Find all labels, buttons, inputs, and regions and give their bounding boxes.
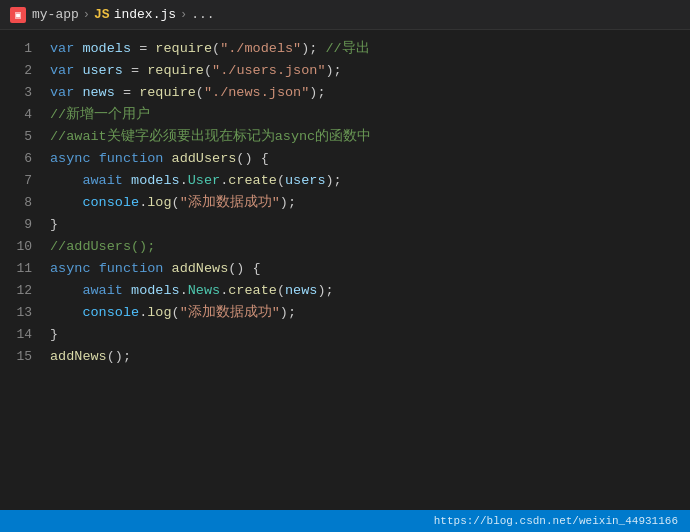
breadcrumb-ellipsis: ... [191,7,214,22]
code-line: //await关键字必须要出现在标记为async的函数中 [50,126,690,148]
token-fn: create [228,283,277,298]
status-url: https://blog.csdn.net/weixin_44931166 [434,515,678,527]
token-cn: News [188,283,220,298]
code-line: var news = require("./news.json"); [50,82,690,104]
code-line: async function addNews() { [50,258,690,280]
line-number: 11 [0,258,42,280]
token-kw: await [82,283,123,298]
line-number: 5 [0,126,42,148]
token-pn [123,283,131,298]
line-number: 8 [0,192,42,214]
token-pn: ( [172,195,180,210]
token-kw: async [50,261,91,276]
breadcrumb-sep1: › [83,8,90,22]
code-line: console.log("添加数据成功"); [50,192,690,214]
token-pn: ); [301,41,325,56]
token-indent [50,305,82,320]
token-id: users [82,63,123,78]
code-line: //新增一个用户 [50,104,690,126]
code-line: var models = require("./models"); //导出 [50,38,690,60]
token-indent [50,283,82,298]
token-pn: () { [228,261,260,276]
line-number: 6 [0,148,42,170]
token-pn: . [180,173,188,188]
token-pn: ); [326,63,342,78]
breadcrumb-sep2: › [180,8,187,22]
token-id: models [82,41,131,56]
line-number: 15 [0,346,42,368]
token-id: models [131,173,180,188]
code-container: 123456789101112131415 var models = requi… [0,30,690,510]
token-id: models [131,283,180,298]
token-cm: //新增一个用户 [50,107,150,122]
token-pn: = [131,41,155,56]
code-line: var users = require("./users.json"); [50,60,690,82]
token-str: "./users.json" [212,63,325,78]
token-fn: require [147,63,204,78]
token-pn: ( [172,305,180,320]
line-number: 9 [0,214,42,236]
token-kw: function [99,151,164,166]
token-pn: } [50,327,58,342]
token-pn: ( [204,63,212,78]
token-str: "./models" [220,41,301,56]
code-line: } [50,324,690,346]
breadcrumb-js: JS [94,7,110,22]
token-str: "添加数据成功" [180,195,280,210]
token-kw: var [50,85,74,100]
token-fn: addUsers [172,151,237,166]
token-fn: require [155,41,212,56]
breadcrumb-file: index.js [114,7,176,22]
token-kw: await [82,173,123,188]
token-pn [91,151,99,166]
token-pn: ); [317,283,333,298]
token-fn: addNews [50,349,107,364]
token-pn: ); [309,85,325,100]
token-cons: console [82,195,139,210]
token-fn: require [139,85,196,100]
breadcrumb: my-app › JS index.js › ... [32,7,215,22]
token-pn: ( [277,283,285,298]
token-pn: ( [277,173,285,188]
token-str: "添加数据成功" [180,305,280,320]
line-number: 14 [0,324,42,346]
token-kw: var [50,63,74,78]
token-pn: ); [280,305,296,320]
token-pn: ); [280,195,296,210]
line-number: 12 [0,280,42,302]
token-id: news [285,283,317,298]
statusbar: https://blog.csdn.net/weixin_44931166 [0,510,690,532]
line-numbers: 123456789101112131415 [0,30,42,510]
app-icon: ▣ [10,7,26,23]
line-number: 1 [0,38,42,60]
token-pn: ( [212,41,220,56]
token-str: "./news.json" [204,85,309,100]
token-id: users [285,173,326,188]
token-fn: log [147,305,171,320]
code-content: var models = require("./models"); //导出va… [42,30,690,510]
token-pn [163,261,171,276]
titlebar: ▣ my-app › JS index.js › ... [0,0,690,30]
line-number: 4 [0,104,42,126]
line-number: 10 [0,236,42,258]
token-cm: //await关键字必须要出现在标记为async的函数中 [50,129,371,144]
line-number: 7 [0,170,42,192]
breadcrumb-app: my-app [32,7,79,22]
token-pn: . [180,283,188,298]
token-fn: create [228,173,277,188]
token-pn: ( [196,85,204,100]
code-line: //addUsers(); [50,236,690,258]
code-line: } [50,214,690,236]
token-cm: //addUsers(); [50,239,155,254]
code-line: async function addUsers() { [50,148,690,170]
token-pn [123,173,131,188]
token-indent [50,173,82,188]
code-line: addNews(); [50,346,690,368]
token-pn: } [50,217,58,232]
token-cn: User [188,173,220,188]
code-line: await models.User.create(users); [50,170,690,192]
token-kw: var [50,41,74,56]
line-number: 13 [0,302,42,324]
token-pn: () { [236,151,268,166]
code-line: await models.News.create(news); [50,280,690,302]
